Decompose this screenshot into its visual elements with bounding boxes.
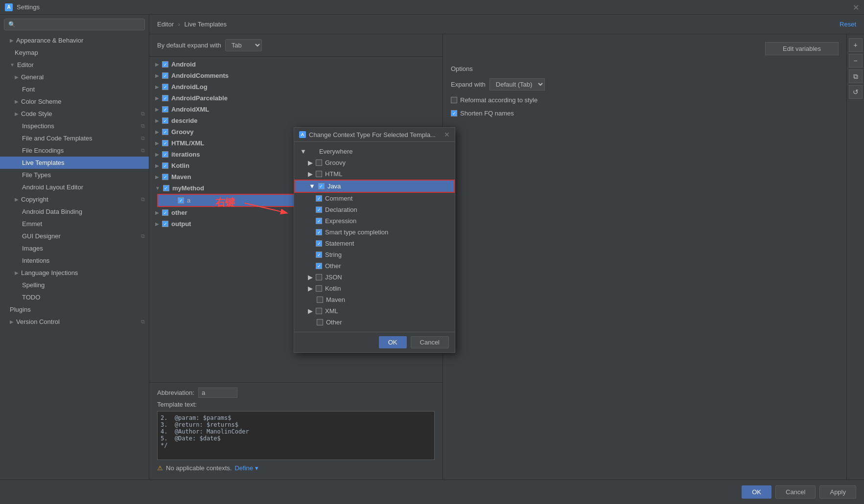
checkbox-java-d[interactable]: ✓ bbox=[318, 183, 325, 189]
dialog-cancel-button[interactable]: Cancel bbox=[411, 336, 449, 348]
dialog-item-declaration[interactable]: ✓ Declaration bbox=[294, 204, 455, 215]
checkbox-androidlog[interactable]: ✓ bbox=[162, 84, 168, 90]
copy-button[interactable]: ⧉ bbox=[849, 69, 863, 83]
tmpl-group-androidparcelable[interactable]: ▶ ✓ AndroidParcelable bbox=[149, 92, 443, 104]
expand-select[interactable]: Tab Enter Space bbox=[225, 39, 262, 51]
sidebar-item-general[interactable]: ▶ General bbox=[0, 71, 149, 83]
checkbox-descride[interactable]: ✓ bbox=[162, 117, 168, 124]
abbreviation-input[interactable] bbox=[198, 388, 237, 398]
add-button[interactable]: + bbox=[849, 38, 863, 52]
checkbox-html-d[interactable] bbox=[316, 171, 322, 177]
dialog-item-json[interactable]: ▶ JSON bbox=[294, 272, 455, 283]
sidebar-item-emmet[interactable]: Emmet bbox=[0, 218, 149, 230]
edit-variables-button[interactable]: Edit variables bbox=[765, 42, 839, 55]
dialog-ok-button[interactable]: OK bbox=[379, 336, 407, 348]
dialog-item-smart-type[interactable]: ✓ Smart type completion bbox=[294, 227, 455, 238]
checkbox-declaration[interactable]: ✓ bbox=[316, 206, 322, 213]
cancel-button[interactable]: Cancel bbox=[775, 485, 816, 499]
dialog-item-java[interactable]: ▼ ✓ Java bbox=[294, 180, 455, 193]
dialog-item-kotlin-d[interactable]: ▶ Kotlin bbox=[294, 283, 455, 294]
sidebar-item-keymap[interactable]: Keymap bbox=[0, 46, 149, 59]
tmpl-group-androidlog[interactable]: ▶ ✓ AndroidLog bbox=[149, 81, 443, 92]
dialog-item-expression[interactable]: ✓ Expression bbox=[294, 215, 455, 227]
checkbox-smart-type[interactable]: ✓ bbox=[316, 229, 322, 235]
tmpl-group-android[interactable]: ▶ ✓ Android bbox=[149, 59, 443, 70]
sidebar-item-file-types[interactable]: File Types bbox=[0, 169, 149, 181]
sidebar-item-intentions[interactable]: Intentions bbox=[0, 254, 149, 267]
sidebar-item-android-data-binding[interactable]: Android Data Binding bbox=[0, 206, 149, 218]
dialog-close-button[interactable]: ✕ bbox=[444, 131, 450, 138]
checkbox-iterations[interactable]: ✓ bbox=[162, 151, 168, 158]
checkbox-kotlin-d[interactable] bbox=[316, 285, 322, 292]
sidebar-item-language-injections[interactable]: ▶ Language Injections bbox=[0, 267, 149, 279]
dialog-item-maven-d[interactable]: Maven bbox=[294, 294, 455, 305]
sidebar-item-gui-designer[interactable]: GUI Designer ⧉ bbox=[0, 230, 149, 242]
tmpl-group-androidcomments[interactable]: ▶ ✓ AndroidComments bbox=[149, 70, 443, 81]
sidebar-item-editor[interactable]: ▼ Editor bbox=[0, 59, 149, 71]
checkbox-htmlxml[interactable]: ✓ bbox=[162, 140, 168, 146]
checkbox-mymethod[interactable]: ✓ bbox=[163, 185, 169, 191]
dialog-item-everywhere[interactable]: ▼ Everywhere bbox=[294, 146, 455, 157]
dialog-item-other-d[interactable]: Other bbox=[294, 317, 455, 328]
dialog-item-statement[interactable]: ✓ Statement bbox=[294, 238, 455, 249]
dialog-item-string[interactable]: ✓ String bbox=[294, 249, 455, 260]
dialog-item-groovy[interactable]: ▶ Groovy bbox=[294, 157, 455, 168]
checkbox-androidxml[interactable]: ✓ bbox=[162, 106, 168, 113]
apply-button[interactable]: Apply bbox=[819, 485, 856, 499]
checkbox-output[interactable]: ✓ bbox=[162, 221, 168, 227]
checkbox-android[interactable]: ✓ bbox=[162, 61, 168, 68]
checkbox-maven[interactable]: ✓ bbox=[162, 174, 168, 180]
tmpl-group-descride[interactable]: ▶ ✓ descride bbox=[149, 115, 443, 126]
sidebar-item-android-layout-editor[interactable]: Android Layout Editor bbox=[0, 181, 149, 193]
sidebar-item-images[interactable]: Images bbox=[0, 242, 149, 254]
sidebar-item-label: Live Templates bbox=[22, 159, 64, 166]
dialog-item-html[interactable]: ▶ HTML bbox=[294, 168, 455, 180]
tmpl-group-androidxml[interactable]: ▶ ✓ AndroidXML bbox=[149, 104, 443, 115]
sidebar-item-code-style[interactable]: ▶ Code Style ⧉ bbox=[0, 108, 149, 120]
sidebar-item-spelling[interactable]: Spelling bbox=[0, 279, 149, 291]
checkbox-statement[interactable]: ✓ bbox=[316, 240, 322, 247]
group-label: output bbox=[171, 220, 191, 228]
dialog-item-other-java[interactable]: ✓ Other bbox=[294, 260, 455, 272]
checkbox-other[interactable]: ✓ bbox=[162, 209, 168, 216]
close-button[interactable]: ✕ bbox=[853, 2, 859, 12]
sidebar-item-color-scheme[interactable]: ▶ Color Scheme bbox=[0, 95, 149, 108]
sidebar-item-file-and-code-templates[interactable]: File and Code Templates ⧉ bbox=[0, 132, 149, 144]
sidebar-item-todo[interactable]: TODO bbox=[0, 291, 149, 303]
template-text-area[interactable]: 2. @param: $params$ 3. @return: $returns… bbox=[157, 411, 435, 460]
sidebar-item-plugins[interactable]: Plugins bbox=[0, 303, 149, 316]
shorten-fq-checkbox[interactable]: ✓ bbox=[451, 110, 457, 116]
checkbox-androidparcelable[interactable]: ✓ bbox=[162, 95, 168, 101]
reset-button[interactable]: Reset bbox=[840, 21, 856, 28]
expand-with-select[interactable]: Default (Tab) Tab Enter Space bbox=[490, 78, 545, 91]
reformat-checkbox[interactable] bbox=[451, 97, 457, 103]
remove-button[interactable]: − bbox=[849, 54, 863, 68]
define-link[interactable]: Define ▾ bbox=[234, 464, 258, 472]
sidebar-item-appearance[interactable]: ▶ Appearance & Behavior bbox=[0, 34, 149, 46]
checkbox-expression[interactable]: ✓ bbox=[316, 218, 322, 224]
checkbox-groovy[interactable]: ✓ bbox=[162, 129, 168, 135]
sidebar-item-inspections[interactable]: Inspections ⧉ bbox=[0, 120, 149, 132]
dialog-item-xml-d[interactable]: ▶ XML bbox=[294, 305, 455, 317]
sidebar-item-version-control[interactable]: ▶ Version Control ⧉ bbox=[0, 316, 149, 328]
sidebar-item-copyright[interactable]: ▶ Copyright ⧉ bbox=[0, 193, 149, 206]
checkbox-maven-d[interactable] bbox=[317, 297, 323, 303]
checkbox-xml-d[interactable] bbox=[316, 308, 322, 314]
dialog-body: ▼ Everywhere ▶ Groovy ▶ HTML ▼ ✓ Java bbox=[294, 142, 455, 332]
search-input[interactable] bbox=[4, 19, 145, 30]
sidebar-item-file-encodings[interactable]: File Encodings ⧉ bbox=[0, 144, 149, 157]
checkbox-kotlin[interactable]: ✓ bbox=[162, 162, 168, 169]
checkbox-androidcomments[interactable]: ✓ bbox=[162, 72, 168, 79]
checkbox-comment[interactable]: ✓ bbox=[316, 195, 322, 202]
dialog-item-comment[interactable]: ✓ Comment bbox=[294, 193, 455, 204]
checkbox-other-d[interactable] bbox=[317, 319, 323, 325]
checkbox-a[interactable]: ✓ bbox=[178, 197, 184, 204]
checkbox-json-d[interactable] bbox=[316, 274, 322, 280]
checkbox-string[interactable]: ✓ bbox=[316, 252, 322, 258]
sidebar-item-live-templates[interactable]: Live Templates bbox=[0, 157, 149, 169]
checkbox-other-java[interactable]: ✓ bbox=[316, 263, 322, 269]
undo-button[interactable]: ↺ bbox=[849, 85, 863, 99]
sidebar-item-font[interactable]: Font bbox=[0, 83, 149, 95]
ok-button[interactable]: OK bbox=[742, 485, 771, 499]
checkbox-groovy-d[interactable] bbox=[316, 160, 322, 166]
